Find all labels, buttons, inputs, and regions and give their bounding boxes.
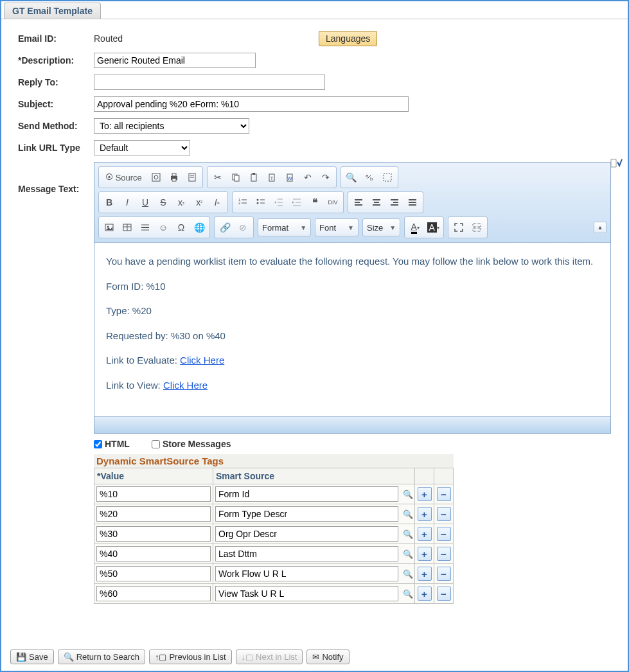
- format-dropdown[interactable]: Format▼: [258, 218, 311, 236]
- source-input[interactable]: [215, 526, 398, 542]
- source-input[interactable]: [215, 506, 398, 522]
- source-button[interactable]: ⦿ Source: [100, 168, 147, 186]
- notify-button[interactable]: ✉Notify: [306, 650, 349, 664]
- bold-icon[interactable]: B: [100, 193, 118, 211]
- numbered-list-icon[interactable]: 12: [234, 193, 252, 211]
- description-input[interactable]: [94, 53, 256, 68]
- source-input[interactable]: [215, 586, 398, 601]
- cut-icon[interactable]: ✂: [209, 168, 227, 186]
- font-dropdown[interactable]: Font▼: [315, 218, 359, 236]
- send-method-select[interactable]: To: all recipients: [94, 118, 249, 134]
- value-input[interactable]: [96, 586, 211, 601]
- show-blocks-icon[interactable]: [468, 218, 486, 236]
- value-input[interactable]: [96, 526, 211, 542]
- unlink-icon[interactable]: ⊘: [234, 218, 252, 236]
- remove-row-button[interactable]: −: [437, 547, 451, 561]
- collapse-toolbar-icon[interactable]: ▲: [594, 222, 607, 233]
- print-icon[interactable]: [165, 168, 183, 186]
- remove-row-button[interactable]: −: [437, 527, 451, 541]
- return-to-search-button[interactable]: 🔍Return to Search: [58, 650, 145, 664]
- indent-icon[interactable]: [288, 193, 306, 211]
- add-row-button[interactable]: +: [418, 507, 432, 521]
- bullet-list-icon[interactable]: [252, 193, 270, 211]
- subscript-icon[interactable]: x₂: [172, 193, 190, 211]
- templates-icon[interactable]: [183, 168, 201, 186]
- paste-text-icon[interactable]: T: [263, 168, 281, 186]
- lookup-icon[interactable]: 🔍: [403, 490, 413, 499]
- iframe-icon[interactable]: 🌐: [190, 218, 208, 236]
- specialchar-icon[interactable]: Ω: [172, 218, 190, 236]
- link-view[interactable]: Click Here: [163, 380, 208, 391]
- redo-icon[interactable]: ↷: [317, 168, 335, 186]
- link-icon[interactable]: 🔗: [216, 218, 234, 236]
- align-center-icon[interactable]: [368, 193, 385, 211]
- find-icon[interactable]: 🔍: [342, 168, 360, 186]
- undo-icon[interactable]: ↶: [299, 168, 317, 186]
- text-color-icon[interactable]: A▾: [406, 218, 424, 236]
- add-row-button[interactable]: +: [418, 547, 432, 561]
- size-dropdown[interactable]: Size▼: [362, 218, 400, 236]
- value-input[interactable]: [96, 566, 211, 581]
- store-messages-checkbox[interactable]: [152, 440, 160, 448]
- copy-icon[interactable]: [227, 168, 245, 186]
- superscript-icon[interactable]: x²: [190, 193, 208, 211]
- div-icon[interactable]: DIV: [324, 193, 342, 211]
- remove-format-icon[interactable]: I×: [208, 193, 226, 211]
- remove-row-button[interactable]: −: [437, 507, 451, 521]
- outdent-icon[interactable]: [270, 193, 288, 211]
- hr-icon[interactable]: [136, 218, 154, 236]
- smiley-icon[interactable]: ☺: [154, 218, 172, 236]
- preview-icon[interactable]: [147, 168, 165, 186]
- svg-point-25: [257, 202, 259, 204]
- strike-icon[interactable]: S: [154, 193, 172, 211]
- align-left-icon[interactable]: [350, 193, 368, 211]
- bg-color-icon[interactable]: A▾: [424, 218, 442, 236]
- source-input[interactable]: [215, 486, 398, 502]
- value-input[interactable]: [96, 486, 211, 502]
- languages-button[interactable]: Languages: [319, 31, 377, 46]
- maximize-icon[interactable]: [450, 218, 468, 236]
- spellcheck-icon[interactable]: [610, 158, 623, 171]
- align-right-icon[interactable]: [385, 193, 403, 211]
- tab-email-template[interactable]: GT Email Template: [4, 3, 101, 19]
- paste-icon[interactable]: [245, 168, 263, 186]
- add-row-button[interactable]: +: [418, 587, 432, 601]
- link-evaluate[interactable]: Click Here: [180, 355, 224, 366]
- lookup-icon[interactable]: 🔍: [403, 589, 413, 599]
- svg-rect-18: [384, 173, 391, 181]
- selectall-icon[interactable]: [378, 168, 396, 186]
- col-source: Smart Source: [213, 468, 415, 484]
- lookup-icon[interactable]: 🔍: [403, 569, 413, 579]
- image-icon[interactable]: [100, 218, 118, 236]
- lookup-icon[interactable]: 🔍: [403, 549, 413, 559]
- underline-icon[interactable]: U: [136, 193, 154, 211]
- link-url-type-select[interactable]: Default: [94, 140, 190, 155]
- previous-in-list-button[interactable]: ↑▢Previous in List: [149, 650, 232, 664]
- add-row-button[interactable]: +: [418, 487, 432, 501]
- paste-word-icon[interactable]: W: [281, 168, 299, 186]
- italic-icon[interactable]: I: [118, 193, 136, 211]
- add-row-button[interactable]: +: [418, 567, 432, 581]
- body-requested: Requested by: %30 on %40: [106, 329, 599, 344]
- remove-row-button[interactable]: −: [437, 487, 451, 501]
- remove-row-button[interactable]: −: [437, 587, 451, 601]
- blockquote-icon[interactable]: ❝: [306, 193, 324, 211]
- align-justify-icon[interactable]: [403, 193, 421, 211]
- subject-input[interactable]: [94, 96, 409, 112]
- reply-to-input[interactable]: [94, 75, 325, 90]
- body-intro: You have a pending worklist item to eval…: [106, 254, 599, 269]
- source-input[interactable]: [215, 546, 398, 561]
- source-input[interactable]: [215, 566, 398, 581]
- table-icon[interactable]: [118, 218, 136, 236]
- save-button[interactable]: 💾Save: [10, 650, 54, 664]
- value-input[interactable]: [96, 546, 211, 561]
- editor-body[interactable]: You have a pending worklist item to eval…: [94, 243, 610, 416]
- lookup-icon[interactable]: 🔍: [403, 529, 413, 539]
- add-row-button[interactable]: +: [418, 527, 432, 541]
- remove-row-button[interactable]: −: [437, 567, 451, 581]
- replace-icon[interactable]: ab: [360, 168, 378, 186]
- value-input[interactable]: [96, 506, 211, 522]
- next-in-list-button[interactable]: ↓▢Next in List: [236, 650, 303, 664]
- lookup-icon[interactable]: 🔍: [403, 509, 413, 519]
- html-checkbox[interactable]: [94, 440, 102, 448]
